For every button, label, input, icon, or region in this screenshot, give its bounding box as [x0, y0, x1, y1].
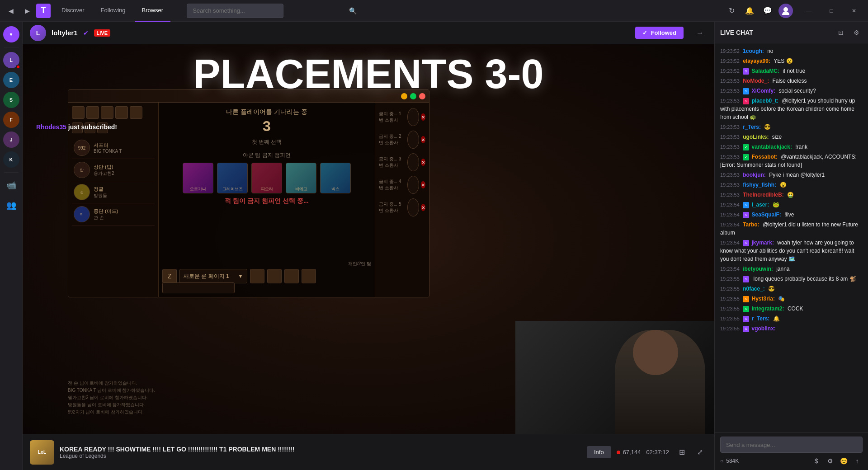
item-icon-1[interactable]: [250, 269, 264, 283]
chat-panel: LIVE CHAT ⊡ ⚙ 19:23:52 1cough: no 19:23:…: [714, 22, 868, 470]
ban-label-2: 금지 중... 2번 소환사: [379, 133, 406, 146]
sidebar-streamer-2[interactable]: E: [2, 71, 20, 89]
sidebar-video-icon[interactable]: 📹: [2, 176, 20, 194]
follow-forward-button[interactable]: →: [693, 26, 707, 40]
chat-message-2: 19:23:52 S SaladaMC: it not true: [720, 67, 863, 75]
ban-x-3: ✕: [421, 159, 425, 166]
member-role-4: 중단 (미드): [94, 208, 153, 215]
spell-icon[interactable]: Z: [162, 269, 177, 283]
chat-message-20: 19:23:55 S Hyst3ria: 🎭: [720, 295, 863, 303]
viewer-count: 67,144: [617, 449, 641, 456]
sub-notification: Rhodes35 just subscribed!: [36, 123, 117, 131]
chat-message-1: 19:23:52 elayaya99: YES 😮: [720, 57, 863, 65]
champ-4[interactable]: 비에고: [286, 163, 316, 193]
forward-button[interactable]: ▶: [20, 4, 34, 18]
sidebar-people-icon[interactable]: 👥: [2, 196, 20, 214]
theater-mode-button[interactable]: ⊞: [675, 445, 689, 460]
tab-discover[interactable]: Discover: [54, 0, 92, 22]
champ-5[interactable]: 벡스: [320, 163, 351, 193]
refresh-button[interactable]: ↻: [724, 4, 739, 18]
chat-message-7: 19:23:53 ugoLinks: size: [720, 133, 863, 141]
chat-message-8: 19:23:53 ✓ vantablackjack: !rank: [720, 143, 863, 151]
chat-message-16: 19:23:54 S jkymark: woah tyler how are y…: [720, 239, 863, 263]
stream-title-text: KOREA READY !!! SHOWTIME !!!! LET GO !!!…: [60, 446, 581, 453]
sidebar-streamer-4[interactable]: F: [2, 111, 20, 129]
chat-input[interactable]: [720, 437, 863, 453]
chat-message-5: 19:23:53 S placeb0_t: @loltyler1 you sho…: [720, 97, 863, 121]
info-button[interactable]: Info: [587, 446, 611, 458]
chat-message-18: 19:23:55 S long queues probably because …: [720, 275, 863, 283]
member-name-3: 방원돌: [94, 193, 153, 199]
dropdown-arrow: ▼: [238, 273, 243, 279]
user-avatar[interactable]: [778, 4, 793, 18]
champ-3[interactable]: 피오라: [251, 163, 282, 193]
member-name-1: BIG TONKA T: [94, 149, 153, 154]
follow-button[interactable]: ✓ Followed: [635, 27, 684, 39]
member-info-3: 정글 방원돌: [94, 186, 153, 199]
member-info-4: 중단 (미드) 관 손: [94, 208, 153, 221]
live-indicator: [16, 65, 20, 69]
champ-row: 오르가나 그레이브즈 피오라: [183, 163, 351, 193]
tab-following[interactable]: Following: [94, 0, 133, 22]
ban-slot-4: 금지 중... 4번 소환사 ✕: [377, 174, 427, 196]
champ-2[interactable]: 그레이브즈: [217, 163, 248, 193]
maximize-button[interactable]: □: [821, 4, 842, 18]
chat-message-14: 19:23:54 S SeaSqualF: !live: [720, 211, 863, 219]
notifications-button[interactable]: 🔔: [742, 4, 757, 18]
sub-badge-14: S: [743, 212, 749, 218]
chat-message-6: 19:23:53 r_Ters: 😎: [720, 123, 863, 131]
champ-1[interactable]: 오르가나: [183, 163, 213, 193]
member-role-2: 상단 (탑): [94, 164, 153, 170]
title-overlay: PLACEMENTS 3-0: [193, 51, 543, 98]
close-button[interactable]: ✕: [844, 4, 864, 18]
item-icon-2[interactable]: [267, 269, 282, 283]
rune-dropdown[interactable]: 새로운 룬 페이지 1 ▼: [179, 269, 247, 283]
stream-area: L loltyler1 ✔ LIVE ✓ Followed → PLACEMEN…: [23, 22, 714, 470]
chat-message-17: 19:23:54 ibetyouwin: janna: [720, 265, 863, 273]
ban-slot-5: 금지 중... 5번 소환사 ✕: [377, 197, 427, 218]
team-left-panel: 992 서포터 BIG TONKA T 탑 상단 (탑): [68, 103, 159, 297]
back-button[interactable]: ◀: [4, 4, 18, 18]
champ-select-window: 992 서포터 BIG TONKA T 탑 상단 (탑): [68, 89, 429, 297]
member-role-3: 정글: [94, 186, 153, 193]
center-panel: 다른 플레이어를 기다리는 중 3 첫 번째 선택 아군 팀 금지 챔피언 오르…: [159, 103, 375, 297]
chat-message-19: 19:23:55 n0face_: 😎: [720, 285, 863, 293]
bits-button[interactable]: ⚙: [825, 456, 835, 466]
sidebar-home[interactable]: ♥: [2, 25, 20, 43]
sidebar-streamer-5[interactable]: J: [2, 131, 20, 149]
member-name-2: 용가고친2: [94, 170, 153, 177]
ban-slot-1: 금지 중... 1번 소환사 ✕: [377, 106, 427, 128]
send-button[interactable]: ↑: [852, 456, 863, 466]
chat-input-area: ○ 584K $ ⚙ 😊 ↑: [715, 432, 868, 470]
enemy-banning-text: 적 팀이 금지 챔피언 선택 중...: [225, 197, 308, 205]
chat-message-15: 19:23:54 Tarbo: @loltyler1 did u listen …: [720, 221, 863, 237]
sidebar-streamer-6[interactable]: K: [2, 150, 20, 169]
viewer-count-value: 584K: [726, 458, 739, 464]
emote-button[interactable]: 😊: [838, 456, 849, 466]
minimize-button[interactable]: —: [798, 4, 819, 18]
item-icon-4[interactable]: [302, 269, 316, 283]
stream-title-area: KOREA READY !!! SHOWTIME !!!! LET GO !!!…: [60, 446, 581, 459]
ban-x-1: ✕: [421, 113, 425, 121]
tab-browser[interactable]: Browser: [135, 0, 171, 22]
settings-chat-button[interactable]: ⚙: [850, 26, 863, 39]
fullscreen-button[interactable]: ⤢: [693, 445, 707, 460]
sub-badge-9: ✓: [743, 154, 749, 160]
member-icon-1: 992: [74, 140, 90, 156]
sub-badge-18: S: [743, 276, 749, 282]
hype-chat-button[interactable]: $: [811, 456, 822, 466]
sidebar-streamer-3[interactable]: S: [2, 91, 20, 109]
video-container: PLACEMENTS 3-0 Rhodes35 just subscribed!: [23, 44, 714, 434]
chat-header: LIVE CHAT ⊡ ⚙: [715, 22, 868, 43]
bottom-icons: ⊞ ⤢: [675, 445, 707, 460]
sidebar-streamer-1[interactable]: L: [2, 51, 20, 69]
chat-message-21: 19:23:55 S integratam2: COCK: [720, 305, 863, 313]
item-icon-3[interactable]: [284, 269, 299, 283]
champ-search-input[interactable]: [162, 282, 235, 293]
webcam-overlay: [515, 321, 714, 434]
ban-circle-3: [407, 153, 419, 171]
member-name-4: 관 손: [94, 215, 153, 221]
popout-chat-button[interactable]: ⊡: [835, 26, 847, 39]
search-input[interactable]: [187, 4, 283, 18]
chat-bubble-button[interactable]: 💬: [760, 4, 775, 18]
